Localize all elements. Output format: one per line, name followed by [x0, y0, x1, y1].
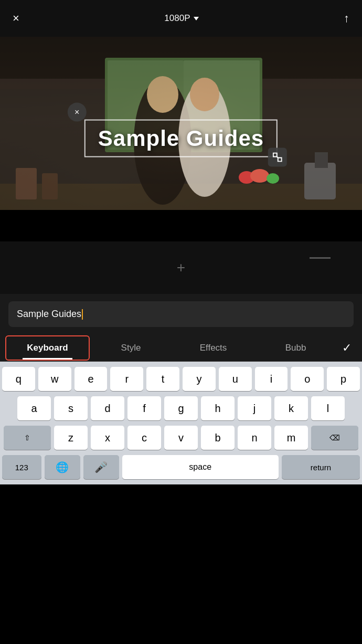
key-c[interactable]: c	[127, 426, 161, 450]
text-input-area: Sample Guides	[0, 294, 362, 334]
text-overlay-box[interactable]: × Sample Guides	[84, 120, 278, 157]
timeline-indicator	[310, 257, 331, 259]
key-numbers[interactable]: 123	[2, 455, 41, 479]
svg-point-10	[190, 78, 219, 111]
key-o[interactable]: o	[291, 367, 324, 391]
add-clip-icon[interactable]: +	[177, 259, 185, 276]
close-icon: ×	[74, 108, 79, 117]
resolution-selector[interactable]: 1080P	[164, 13, 198, 24]
overlay-text: Sample Guides	[98, 126, 264, 151]
key-e[interactable]: e	[74, 367, 108, 391]
tab-keyboard[interactable]: Keyboard	[5, 335, 90, 361]
text-input-value: Sample Guides	[17, 309, 81, 319]
key-d[interactable]: d	[91, 396, 124, 420]
keyboard-row-2: a s d f g h j k l	[2, 396, 360, 420]
svg-rect-14	[315, 152, 328, 168]
tab-effects[interactable]: Effects	[172, 336, 254, 360]
key-delete[interactable]: ⌫	[311, 426, 358, 450]
key-shift[interactable]: ⇧	[4, 426, 51, 450]
close-button[interactable]: ×	[10, 9, 22, 27]
chevron-down-icon	[194, 17, 199, 20]
confirm-button[interactable]: ✓	[337, 341, 357, 355]
text-resize-button[interactable]	[268, 148, 287, 167]
key-s[interactable]: s	[54, 396, 88, 420]
key-p[interactable]: p	[327, 367, 360, 391]
svg-rect-11	[16, 168, 37, 199]
key-x[interactable]: x	[91, 426, 124, 450]
tab-bubble[interactable]: Bubb	[254, 336, 337, 360]
keyboard-bottom-row: 123 🌐 🎤 space return	[2, 455, 360, 479]
text-close-button[interactable]: ×	[68, 103, 87, 122]
top-bar: × 1080P ↑	[0, 0, 362, 37]
text-input-field[interactable]: Sample Guides	[8, 301, 354, 327]
key-t[interactable]: t	[146, 367, 179, 391]
svg-point-17	[267, 173, 279, 184]
black-bar-bottom	[0, 210, 362, 241]
tab-style[interactable]: Style	[90, 336, 172, 360]
keyboard-row-1: q w e r t y u i o p	[2, 367, 360, 391]
key-u[interactable]: u	[219, 367, 252, 391]
svg-rect-19	[278, 158, 282, 162]
keyboard-row-3: ⇧ z x c v b n m ⌫	[2, 426, 360, 450]
key-q[interactable]: q	[2, 367, 35, 391]
key-w[interactable]: w	[38, 367, 71, 391]
tab-style-label: Style	[121, 343, 141, 353]
key-h[interactable]: h	[201, 396, 235, 420]
text-cursor	[82, 309, 83, 320]
key-r[interactable]: r	[110, 367, 143, 391]
edit-timeline-area: +	[0, 241, 362, 294]
key-b[interactable]: b	[201, 426, 235, 450]
tab-keyboard-label: Keyboard	[27, 343, 68, 353]
key-i[interactable]: i	[255, 367, 288, 391]
svg-line-20	[277, 157, 278, 158]
svg-rect-12	[42, 173, 58, 199]
key-j[interactable]: j	[238, 396, 271, 420]
key-n[interactable]: n	[238, 426, 271, 450]
upload-button[interactable]: ↑	[342, 9, 352, 27]
resize-icon	[273, 153, 282, 162]
key-f[interactable]: f	[127, 396, 161, 420]
key-m[interactable]: m	[274, 426, 308, 450]
svg-point-16	[250, 169, 269, 183]
key-v[interactable]: v	[164, 426, 198, 450]
key-return[interactable]: return	[282, 455, 360, 479]
key-k[interactable]: k	[274, 396, 308, 420]
svg-rect-18	[273, 153, 277, 157]
key-a[interactable]: a	[17, 396, 51, 420]
text-overlay-container[interactable]: × Sample Guides	[84, 120, 278, 157]
tab-effects-label: Effects	[200, 343, 227, 353]
key-mic[interactable]: 🎤	[83, 455, 119, 479]
editing-tab-bar: Keyboard Style Effects Bubb ✓	[0, 334, 362, 362]
key-space[interactable]: space	[122, 455, 279, 479]
svg-point-8	[147, 76, 178, 113]
svg-rect-13	[304, 163, 336, 199]
resolution-label: 1080P	[164, 13, 190, 24]
video-preview: × Sample Guides	[0, 37, 362, 241]
tab-bubble-label: Bubb	[285, 343, 306, 353]
key-z[interactable]: z	[54, 426, 88, 450]
key-globe[interactable]: 🌐	[45, 455, 80, 479]
key-l[interactable]: l	[311, 396, 345, 420]
keyboard: q w e r t y u i o p a s d f g h j k l ⇧ …	[0, 362, 362, 484]
key-y[interactable]: y	[183, 367, 216, 391]
key-g[interactable]: g	[164, 396, 198, 420]
